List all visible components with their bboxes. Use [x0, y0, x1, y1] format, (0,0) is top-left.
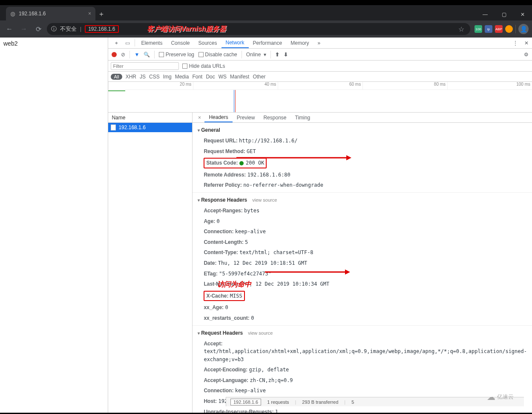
- ext-badge-round[interactable]: [505, 25, 513, 33]
- name-column-header[interactable]: Name: [108, 113, 192, 123]
- annotation-label: 客户端访问Varnish服务器: [147, 25, 226, 34]
- filter-doc[interactable]: Doc: [206, 74, 215, 80]
- search-icon[interactable]: 🔍: [144, 52, 150, 58]
- tab-title: 192.168.1.6: [19, 11, 46, 17]
- tab-more[interactable]: »: [313, 38, 325, 48]
- forward-button[interactable]: →: [18, 23, 30, 35]
- back-button[interactable]: ←: [3, 23, 15, 35]
- file-icon: [111, 124, 116, 130]
- close-detail-button[interactable]: ×: [194, 113, 204, 122]
- watermark-logo: ☁亿速云: [477, 390, 523, 404]
- minimize-button[interactable]: —: [476, 9, 495, 20]
- settings-gear-icon[interactable]: ⚙: [524, 52, 529, 58]
- detail-tab-response[interactable]: Response: [259, 113, 290, 122]
- section-general[interactable]: General: [196, 124, 529, 136]
- preserve-log-checkbox[interactable]: Preserve log: [159, 52, 194, 58]
- status-code-highlight: Status Code: 200 OK: [204, 158, 267, 168]
- filter-all[interactable]: All: [111, 74, 122, 80]
- extensions-tray: 100 ip ABP 👤: [474, 24, 529, 34]
- section-response-headers[interactable]: Response Headersview source: [196, 194, 529, 206]
- bookmark-star-icon[interactable]: ☆: [458, 25, 464, 33]
- annotation-label-2: 访问为命中: [217, 280, 251, 289]
- request-list: Name 192.168.1.6: [108, 113, 193, 413]
- globe-icon: ◍: [10, 10, 15, 17]
- page-text: web2: [3, 40, 17, 47]
- request-row[interactable]: 192.168.1.6: [108, 123, 192, 132]
- x-cache-highlight: X-Cache: MISS: [204, 291, 244, 301]
- detail-tab-timing[interactable]: Timing: [291, 113, 315, 122]
- throttling-select[interactable]: Online ▾: [246, 52, 266, 58]
- detail-tab-headers[interactable]: Headers: [204, 113, 232, 122]
- insecure-label: 不安全: [60, 25, 77, 33]
- browser-tab[interactable]: ◍ 192.168.1.6 ×: [6, 7, 95, 20]
- close-window-button[interactable]: ✕: [513, 9, 532, 20]
- filter-icon[interactable]: ▼: [134, 52, 139, 58]
- tab-sources[interactable]: Sources: [194, 38, 221, 48]
- filter-media[interactable]: Media: [175, 74, 189, 80]
- detail-tab-preview[interactable]: Preview: [233, 113, 259, 122]
- address-bar: ← → ⟳ ⓘ 不安全 | 192.168.1.6 客户端访问Varnish服务…: [0, 20, 532, 38]
- tab-console[interactable]: Console: [167, 38, 194, 48]
- new-tab-button[interactable]: ＋: [95, 10, 107, 20]
- devtools-close-icon[interactable]: ✕: [521, 38, 532, 48]
- download-har-icon[interactable]: ⬇: [284, 52, 288, 58]
- filter-font[interactable]: Font: [192, 74, 202, 80]
- filter-css[interactable]: CSS: [149, 74, 160, 80]
- reload-button[interactable]: ⟳: [32, 23, 44, 35]
- section-request-headers[interactable]: Request Headersview source: [196, 327, 529, 339]
- request-type-filter: All XHR JS CSS Img Media Font Doc WS Man…: [108, 72, 532, 82]
- filter-xhr[interactable]: XHR: [126, 74, 136, 80]
- disable-cache-checkbox[interactable]: Disable cache: [198, 52, 237, 58]
- close-tab-icon[interactable]: ×: [88, 11, 91, 17]
- device-toggle-icon[interactable]: ▭: [122, 38, 133, 48]
- filter-js[interactable]: JS: [140, 74, 146, 80]
- network-toolbar: ⊘ ▼ 🔍 Preserve log Disable cache Online …: [108, 49, 532, 61]
- request-detail: × Headers Preview Response Timing Genera…: [193, 113, 532, 413]
- inspect-icon[interactable]: ⌖: [111, 38, 122, 48]
- upload-har-icon[interactable]: ⬆: [275, 52, 279, 58]
- waterfall-timeline[interactable]: 20 ms 40 ms 60 ms 80 ms 100 ms: [108, 82, 532, 113]
- tab-memory[interactable]: Memory: [286, 38, 313, 48]
- tab-performance[interactable]: Performance: [249, 38, 287, 48]
- filter-img[interactable]: Img: [163, 74, 172, 80]
- page-body: web2: [0, 38, 108, 413]
- filter-manifest[interactable]: Manifest: [230, 74, 249, 80]
- filter-other[interactable]: Other: [253, 74, 265, 80]
- hide-data-urls-checkbox[interactable]: Hide data URLs: [182, 63, 225, 69]
- ext-badge-abp[interactable]: ABP: [495, 25, 503, 33]
- browser-tab-strip: ◍ 192.168.1.6 × ＋ — ▢ ✕: [0, 5, 532, 20]
- status-dot-icon: [239, 161, 244, 165]
- record-button[interactable]: [112, 52, 117, 57]
- devtools-menu-icon[interactable]: ⋮: [510, 38, 521, 48]
- devtools-tabs: ⌖ ▭ Elements Console Sources Network Per…: [108, 38, 532, 49]
- ext-badge-ip[interactable]: ip: [485, 25, 492, 33]
- url-text: 192.168.1.6: [85, 25, 118, 33]
- window-controls: — ▢ ✕: [476, 9, 532, 20]
- profile-avatar[interactable]: 👤: [518, 24, 529, 34]
- network-filter-input[interactable]: [111, 62, 179, 70]
- filter-ws[interactable]: WS: [219, 74, 227, 80]
- maximize-button[interactable]: ▢: [495, 9, 513, 20]
- ext-badge-1[interactable]: 100: [474, 25, 482, 33]
- devtools-panel: ⌖ ▭ Elements Console Sources Network Per…: [108, 38, 532, 413]
- hover-url: 192.168.1.6: [230, 399, 261, 405]
- info-icon[interactable]: ⓘ: [51, 25, 57, 33]
- clear-icon[interactable]: ⊘: [121, 52, 125, 58]
- tab-elements[interactable]: Elements: [137, 38, 167, 48]
- tab-network[interactable]: Network: [221, 38, 249, 48]
- omnibox[interactable]: ⓘ 不安全 | 192.168.1.6 客户端访问Varnish服务器 ☆: [47, 23, 470, 35]
